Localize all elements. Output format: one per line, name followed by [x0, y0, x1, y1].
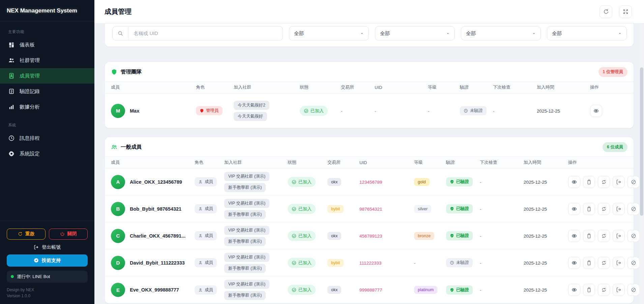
- column-header: 交易所: [341, 84, 375, 90]
- sidebar-item-label: 訊息排程: [20, 135, 40, 142]
- sidebar-item-member-card[interactable]: 成員管理: [0, 68, 94, 84]
- next-check-cell: -: [493, 108, 537, 114]
- table-header-row: 成員角色加入社群狀態交易所UID等級驗證下次檢查加入時間操作: [105, 156, 634, 169]
- chevron-down-icon: [446, 32, 450, 35]
- filter-dropdown-4[interactable]: 全部: [547, 26, 627, 40]
- export-icon: [616, 179, 621, 185]
- verify-cell: 未驗證: [446, 258, 480, 267]
- verify-label: 已驗證: [456, 206, 469, 212]
- view-button[interactable]: [568, 203, 580, 215]
- filter-dropdown-1[interactable]: 全部: [289, 26, 369, 40]
- sync-button[interactable]: [598, 176, 610, 188]
- next-check-cell: -: [480, 179, 524, 185]
- ban-icon: [631, 179, 636, 185]
- export-button[interactable]: [613, 230, 625, 242]
- bot-status-label: 運行中: LINE Bot: [17, 274, 50, 280]
- copy-button[interactable]: [583, 203, 595, 215]
- filter-dropdown-2[interactable]: 全部: [375, 26, 455, 40]
- support-button[interactable]: 技術支持: [7, 254, 88, 267]
- group-tag: 新手教學群 (演示): [224, 183, 266, 192]
- scrollbar-thumb[interactable]: [640, 67, 643, 216]
- uid-value: 999888777: [359, 287, 382, 293]
- member-name: Bob_Bybit_987654321: [130, 206, 181, 212]
- verify-badge: 未驗證: [446, 258, 473, 267]
- column-header: 交易所: [327, 159, 359, 165]
- export-button[interactable]: [613, 257, 625, 269]
- dash-value: -: [480, 261, 481, 266]
- search-input[interactable]: [129, 31, 283, 36]
- vertical-scrollbar[interactable]: [639, 24, 644, 304]
- export-icon: [616, 260, 621, 266]
- level-cell: -: [414, 260, 446, 266]
- ban-button[interactable]: [627, 257, 640, 269]
- group-tag: 新手教學群 (演示): [224, 264, 266, 273]
- group-tag: VIP 交易社群 (演示): [224, 199, 269, 208]
- chevron-down-icon: [532, 32, 536, 35]
- status-label: 已加入: [298, 287, 312, 293]
- shutdown-button[interactable]: 關閉: [49, 229, 88, 240]
- sync-button[interactable]: [598, 257, 610, 269]
- filter-dropdown-3[interactable]: 全部: [461, 26, 541, 40]
- role-cell: 成員: [195, 231, 224, 240]
- filter-dropdown-value: 全部: [466, 30, 476, 37]
- sidebar-item-label: 成員管理: [20, 73, 40, 79]
- ban-button[interactable]: [627, 284, 640, 296]
- chevron-down-icon: [360, 32, 364, 35]
- dash-value: -: [493, 109, 495, 114]
- sidebar-item-community[interactable]: 社群管理: [0, 53, 94, 68]
- sidebar-item-dashboard[interactable]: 儀表板: [0, 37, 94, 53]
- view-icon: [593, 108, 599, 114]
- dash-value: -: [480, 180, 481, 185]
- admin-count-badge: 1 位管理員: [598, 67, 627, 77]
- sync-button[interactable]: [598, 230, 610, 242]
- shutdown-label: 關閉: [67, 231, 77, 237]
- sidebar-item-analytics[interactable]: 數據分析: [0, 99, 94, 115]
- column-header: 加入時間: [524, 159, 568, 165]
- copy-button[interactable]: [583, 284, 595, 296]
- column-header: 狀態: [288, 159, 327, 165]
- copy-button[interactable]: [583, 176, 595, 188]
- refresh-icon: [18, 232, 23, 236]
- uid-value: 456789123: [359, 234, 382, 239]
- column-header: 下次檢查: [480, 159, 524, 165]
- member-name: Alice_OKX_123456789: [130, 179, 182, 185]
- status-cell: 已加入: [288, 204, 327, 214]
- view-button[interactable]: [590, 105, 602, 117]
- view-button[interactable]: [568, 257, 580, 269]
- ban-button[interactable]: [627, 176, 640, 188]
- export-button[interactable]: [613, 284, 625, 296]
- view-button[interactable]: [568, 230, 580, 242]
- column-header: 加入社群: [224, 159, 288, 165]
- restart-button[interactable]: 重啟: [7, 229, 46, 240]
- view-button[interactable]: [568, 176, 580, 188]
- sidebar-item-clock[interactable]: 訊息排程: [0, 130, 94, 146]
- verify-badge: 未驗證: [460, 106, 487, 115]
- sync-button[interactable]: [598, 203, 610, 215]
- export-button[interactable]: [613, 203, 625, 215]
- refresh-icon: [603, 9, 609, 14]
- refresh-button[interactable]: [599, 5, 612, 18]
- view-button[interactable]: [568, 284, 580, 296]
- fullscreen-icon: [623, 9, 628, 14]
- verify-badge: 已驗證: [446, 177, 473, 186]
- table-row: AAlice_OKX_123456789成員VIP 交易社群 (演示)新手教學群…: [105, 169, 634, 195]
- logout-button[interactable]: 登出帳號: [7, 244, 88, 250]
- view-icon: [572, 179, 577, 185]
- ban-button[interactable]: [627, 230, 640, 242]
- version-text: Version 1.0.0: [7, 293, 88, 299]
- table-row: CCharlie_OKX_4567891...成員VIP 交易社群 (演示)新手…: [105, 222, 634, 249]
- actions-cell: [568, 176, 640, 188]
- sidebar-item-records[interactable]: 驗證記錄: [0, 84, 94, 99]
- joined-date: 2025-12-25: [524, 261, 547, 266]
- table-header-row: 成員角色加入社群狀態交易所UID等級驗證下次檢查加入時間操作: [105, 81, 634, 93]
- copy-button[interactable]: [583, 230, 595, 242]
- sidebar-item-gear[interactable]: 系統設定: [0, 146, 94, 161]
- fullscreen-button[interactable]: [619, 5, 632, 18]
- copy-button[interactable]: [583, 257, 595, 269]
- ban-button[interactable]: [627, 203, 640, 215]
- uid-cell: 987654321: [359, 206, 414, 212]
- column-header: 狀態: [300, 84, 341, 90]
- export-button[interactable]: [613, 176, 625, 188]
- export-icon: [616, 287, 621, 293]
- sync-button[interactable]: [598, 284, 610, 296]
